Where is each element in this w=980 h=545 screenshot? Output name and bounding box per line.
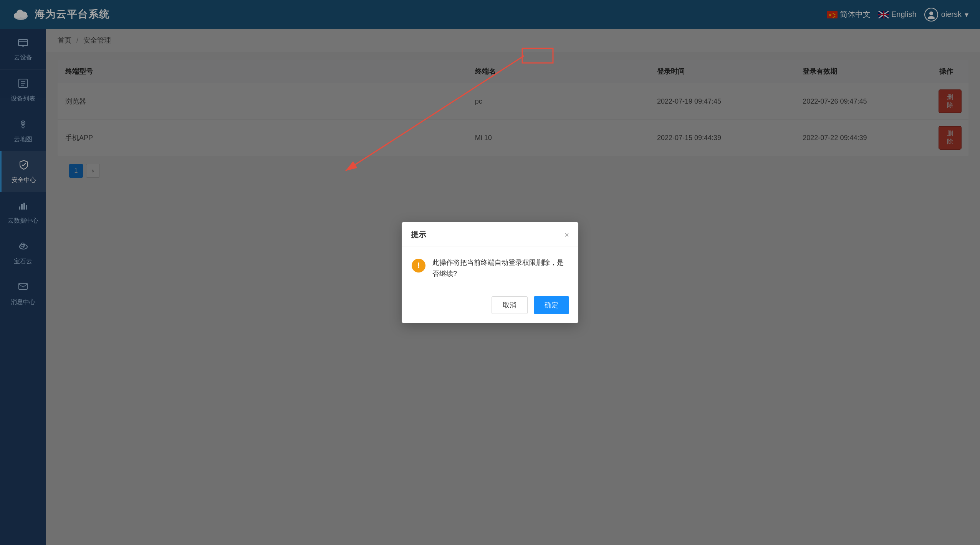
confirm-dialog: 提示 × ! 此操作将把当前终端自动登录权限删除，是否继续? 取消 确定 [402,222,578,323]
warning-icon: ! [411,258,426,277]
dialog-footer: 取消 确定 [402,290,578,323]
svg-text:!: ! [417,261,420,270]
dialog-body: ! 此操作将把当前终端自动登录权限删除，是否继续? [402,246,578,290]
dialog-close-button[interactable]: × [564,231,569,239]
dialog-message: 此操作将把当前终端自动登录权限删除，是否继续? [432,257,569,279]
warning-triangle-icon: ! [411,258,426,273]
cancel-button[interactable]: 取消 [492,296,528,314]
dialog-title: 提示 [411,230,426,240]
confirm-button[interactable]: 确定 [534,296,569,314]
dialog-header: 提示 × [402,222,578,246]
modal-overlay: 提示 × ! 此操作将把当前终端自动登录权限删除，是否继续? 取消 确定 [0,0,980,545]
